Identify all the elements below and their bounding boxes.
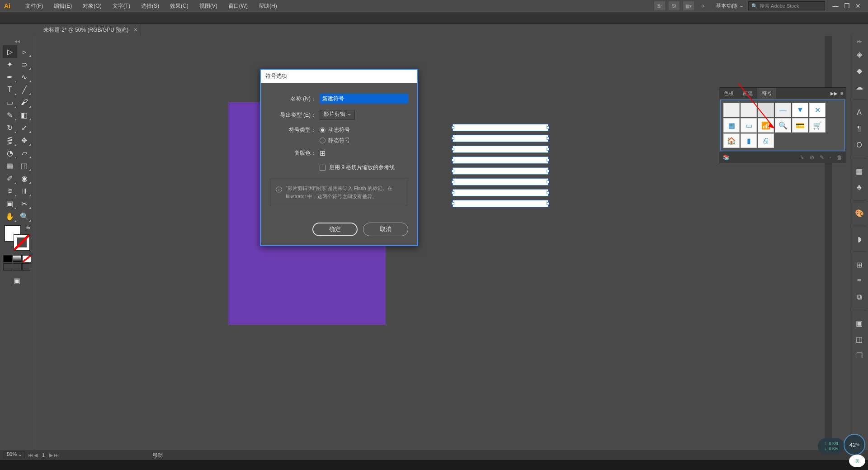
symbol-item-rss[interactable]: 📶 (758, 118, 774, 133)
break-link-icon[interactable]: ⊘ (810, 154, 814, 161)
direct-selection-tool[interactable]: ▹ (17, 45, 32, 58)
pen-tool[interactable]: ✒ (3, 71, 17, 83)
symbol-item-dropdown[interactable]: ▼ (792, 103, 808, 117)
first-artboard-icon[interactable]: ⏮ (28, 452, 33, 458)
none-swatch[interactable] (22, 255, 31, 262)
next-artboard-icon[interactable]: ▶ (49, 452, 53, 458)
ok-button[interactable]: 确定 (312, 223, 358, 236)
type-tool[interactable]: T (3, 83, 17, 96)
menu-select[interactable]: 选择(S) (136, 0, 165, 12)
nine-slice-checkbox[interactable] (320, 165, 326, 171)
eraser-tool[interactable]: ◧ (17, 109, 32, 121)
panel-menu-icon[interactable]: ≡ (840, 91, 843, 96)
selected-object[interactable] (453, 167, 548, 175)
menu-window[interactable]: 窗口(W) (223, 0, 253, 12)
zoom-tool[interactable]: 🔍 (17, 210, 32, 223)
new-symbol-icon[interactable]: ▫ (830, 154, 831, 161)
mesh-tool[interactable]: ▦ (3, 159, 17, 172)
symbol-item[interactable] (741, 103, 757, 117)
opentype-panel-icon[interactable]: O (854, 140, 865, 151)
ime-badge[interactable]: 英 (849, 455, 865, 467)
search-stock-input[interactable]: 🔍 搜索 Adobe Stock (748, 1, 825, 10)
links-panel-icon[interactable]: ❐ (854, 350, 865, 361)
menu-effect[interactable]: 效果(C) (165, 0, 194, 12)
workspace-switcher[interactable]: 基本功能 (712, 1, 745, 11)
symbol-item[interactable] (723, 103, 740, 117)
symbol-name-input[interactable] (320, 94, 408, 104)
shaper-tool[interactable]: ✎ (3, 109, 17, 121)
color-panel-icon[interactable]: 🎨 (854, 208, 865, 218)
dock-handle-icon[interactable]: ▶▶ (857, 39, 862, 43)
panel-tab-symbols[interactable]: 符号 (757, 88, 776, 99)
export-type-select[interactable]: 影片剪辑 (320, 110, 355, 120)
rotate-tool[interactable]: ↻ (3, 121, 17, 134)
width-tool[interactable]: ⋚ (3, 134, 17, 147)
symbol-item-search[interactable]: 🔍 (775, 118, 791, 133)
static-radio[interactable] (320, 138, 326, 143)
arrange-documents-icon[interactable]: ▦▾ (683, 1, 694, 10)
hand-tool[interactable]: ✋ (3, 210, 17, 223)
symbol-item-card[interactable]: 💳 (792, 118, 808, 133)
symbol-item-home[interactable]: 🏠 (723, 133, 740, 148)
symbol-item-calendar[interactable]: ▦ (723, 118, 740, 133)
menu-help[interactable]: 帮助(H) (253, 0, 283, 12)
symbol-item-close[interactable]: ✕ (809, 103, 826, 117)
line-tool[interactable]: ╱ (17, 83, 32, 96)
draw-normal[interactable] (3, 263, 12, 271)
draw-behind[interactable] (13, 263, 22, 271)
menu-type[interactable]: 文字(T) (107, 0, 136, 12)
selected-object[interactable] (453, 135, 548, 142)
document-tab[interactable]: 未标题-2* @ 50% (RGB/GPU 预览) × (40, 24, 141, 36)
draw-inside[interactable] (22, 263, 31, 271)
place-symbol-icon[interactable]: ↳ (800, 154, 804, 161)
zoom-select[interactable]: 50% (4, 451, 24, 459)
curvature-tool[interactable]: ∿ (17, 71, 32, 83)
rectangle-tool[interactable]: ▭ (3, 96, 17, 109)
delete-symbol-icon[interactable]: 🗑 (837, 154, 842, 161)
symbol-item[interactable] (758, 103, 774, 117)
panel-expand-icon[interactable]: ▶▶ (830, 91, 838, 96)
prev-artboard-icon[interactable]: ◀ (34, 452, 38, 458)
menu-edit[interactable]: 编辑(E) (48, 0, 77, 12)
symbol-item-cart[interactable]: 🛒 (809, 118, 826, 133)
paragraph-panel-icon[interactable]: ¶ (854, 123, 865, 134)
gpu-icon[interactable]: ✈ (698, 1, 708, 10)
cancel-button[interactable]: 取消 (363, 223, 408, 236)
layers-panel-icon[interactable]: ◆ (854, 65, 865, 76)
gradient-tool[interactable]: ◫ (17, 159, 32, 172)
symbols-panel-icon[interactable]: ♣ (854, 182, 865, 193)
menu-object[interactable]: 对象(O) (77, 0, 107, 12)
selected-object[interactable] (453, 200, 548, 207)
close-button[interactable]: ✕ (855, 2, 861, 9)
symbol-item-print[interactable]: 🖨 (758, 133, 774, 148)
swap-fill-stroke-icon[interactable]: ⇆ (26, 225, 30, 230)
symbol-sprayer-tool[interactable]: ⚞ (3, 185, 17, 197)
paintbrush-tool[interactable]: 🖌 (17, 96, 32, 109)
free-transform-tool[interactable]: ✥ (17, 134, 32, 147)
bridge-icon[interactable]: Br (654, 1, 665, 10)
properties-panel-icon[interactable]: ◈ (854, 49, 865, 60)
perspective-tool[interactable]: ▱ (17, 147, 32, 159)
maximize-button[interactable]: ❐ (844, 2, 850, 9)
shape-builder-tool[interactable]: ◔ (3, 147, 17, 159)
magic-wand-tool[interactable]: ✦ (3, 58, 17, 71)
gradient-swatch[interactable] (13, 255, 22, 262)
menu-file[interactable]: 文件(F) (20, 0, 48, 12)
align-panel-icon[interactable]: ≡ (854, 275, 865, 286)
last-artboard-icon[interactable]: ⏭ (54, 452, 59, 458)
column-graph-tool[interactable]: ⫼ (17, 185, 32, 197)
symbol-item[interactable]: — (775, 103, 791, 117)
selected-object[interactable] (453, 189, 548, 196)
fill-stroke-control[interactable]: ⇆ (5, 225, 30, 251)
screen-mode-tool[interactable]: ▣ (10, 274, 24, 287)
menu-view[interactable]: 视图(V) (194, 0, 223, 12)
selected-object[interactable] (453, 146, 548, 153)
panel-tab-swatches[interactable]: 色板 (719, 88, 738, 99)
close-tab-icon[interactable]: × (134, 27, 137, 33)
artboard-tool[interactable]: ▣ (3, 197, 17, 210)
scale-tool[interactable]: ⤢ (17, 121, 32, 134)
artboards-panel-icon[interactable]: ▣ (854, 318, 865, 328)
toolbox-handle-icon[interactable]: ◀◀ (14, 39, 20, 43)
symbol-item-flag[interactable]: ▮ (741, 133, 757, 148)
character-panel-icon[interactable]: A (854, 107, 865, 118)
